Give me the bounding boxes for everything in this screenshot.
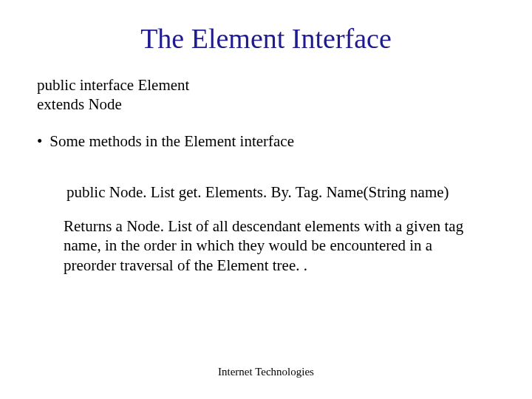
method-description: Returns a Node. List of all descendant e… <box>64 216 488 276</box>
interface-declaration: public interface Element extends Node <box>37 75 495 115</box>
declaration-line-1: public interface Element <box>37 75 495 95</box>
bullet-item: • Some methods in the Element interface <box>37 132 495 151</box>
footer-text: Internet Technologies <box>0 366 532 378</box>
bullet-dot-icon: • <box>37 132 42 151</box>
declaration-line-2: extends Node <box>37 95 495 114</box>
slide: The Element Interface public interface E… <box>0 0 532 399</box>
slide-title: The Element Interface <box>37 22 495 55</box>
method-signature: public Node. List get. Elements. By. Tag… <box>66 183 495 202</box>
bullet-text: Some methods in the Element interface <box>50 132 294 151</box>
